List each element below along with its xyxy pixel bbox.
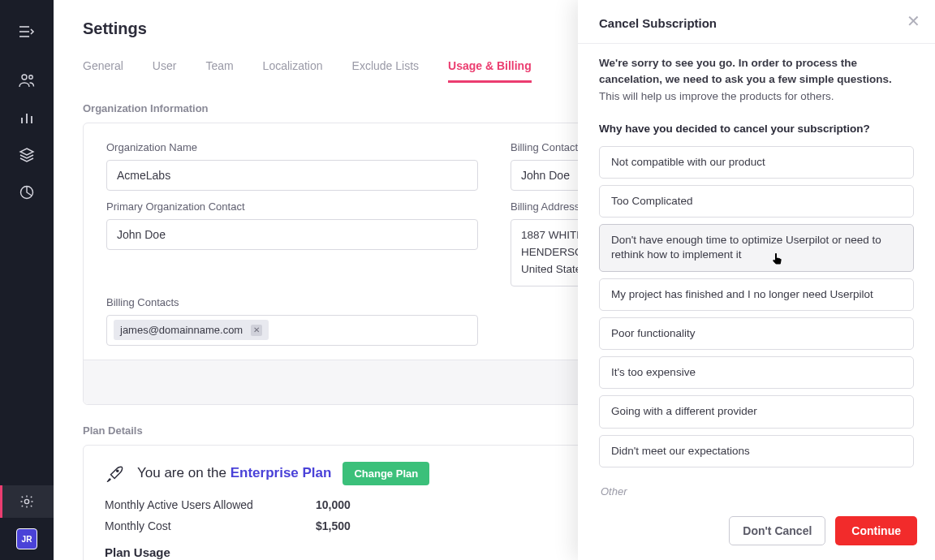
rocket-icon [105, 463, 126, 484]
primary-contact-label: Primary Organization Contact [106, 200, 478, 213]
tab-team[interactable]: Team [205, 59, 233, 83]
cancel-option-7[interactable]: Didn't meet our expectations [599, 435, 914, 467]
org-name-label: Organization Name [106, 141, 478, 153]
cancel-option-0[interactable]: Not compatible with our product [599, 146, 914, 179]
other-reason-input[interactable]: Other [599, 477, 914, 502]
cancel-option-4[interactable]: Poor functionality [599, 317, 914, 350]
cancel-subscription-drawer: Cancel Subscription ✕ We're sorry to see… [578, 0, 935, 560]
drawer-intro: We're sorry to see you go. In order to p… [599, 55, 914, 105]
tab-user[interactable]: User [153, 59, 177, 83]
cancel-options: Not compatible with our product Too Comp… [599, 146, 914, 467]
pie-icon[interactable] [0, 174, 54, 211]
billing-emails-label: Billing Contacts [106, 296, 478, 308]
people-icon[interactable] [0, 62, 54, 99]
email-tag: james@domainname.com ✕ [114, 320, 269, 340]
org-name-input[interactable]: AcmeLabs [106, 160, 478, 191]
dont-cancel-button[interactable]: Don't Cancel [729, 516, 825, 545]
cancel-question: Why have you decided to cancel your subs… [599, 123, 914, 135]
svg-point-3 [22, 75, 27, 80]
svg-point-10 [24, 499, 28, 503]
avatar: JR [16, 528, 37, 549]
cancel-option-5[interactable]: It's too expensive [599, 356, 914, 389]
avatar-slot[interactable]: JR [0, 518, 54, 560]
cursor-icon [772, 252, 783, 269]
close-icon[interactable]: ✕ [907, 11, 920, 31]
svg-point-4 [29, 75, 32, 79]
mau-value: 10,000 [316, 498, 351, 511]
gear-icon [19, 494, 34, 509]
cancel-option-1[interactable]: Too Complicated [599, 185, 914, 218]
tab-general[interactable]: General [83, 59, 123, 83]
change-plan-button[interactable]: Change Plan [343, 462, 429, 485]
tab-localization[interactable]: Localization [263, 59, 323, 83]
email-tag-text: james@domainname.com [120, 324, 243, 336]
svg-point-11 [117, 470, 118, 472]
cancel-option-2[interactable]: Don't have enough time to optimize Userp… [599, 224, 914, 271]
drawer-title: Cancel Subscription [599, 16, 914, 30]
address-line-3: United States [521, 262, 587, 278]
billing-emails-input[interactable]: james@domainname.com ✕ [106, 315, 478, 346]
cost-label: Monthly Cost [105, 519, 283, 532]
tab-exclude-lists[interactable]: Exclude Lists [352, 59, 419, 83]
sidebar: JR [0, 0, 54, 560]
menu-toggle-icon[interactable] [0, 13, 54, 50]
remove-tag-icon[interactable]: ✕ [251, 325, 262, 336]
plan-status-text: You are on the Enterprise Plan [137, 465, 331, 481]
cancel-option-3[interactable]: My project has finished and I no longer … [599, 278, 914, 311]
mau-label: Monthly Active Users Allowed [105, 498, 283, 511]
cancel-option-6[interactable]: Going with a different provider [599, 395, 914, 428]
svg-marker-8 [20, 149, 33, 155]
settings-nav-item[interactable] [0, 485, 54, 518]
cost-value: $1,500 [316, 519, 351, 532]
continue-button[interactable]: Continue [835, 516, 917, 545]
primary-contact-input[interactable]: John Doe [106, 219, 478, 250]
tab-usage-billing[interactable]: Usage & Billing [448, 59, 532, 83]
layers-icon[interactable] [0, 136, 54, 174]
chart-icon[interactable] [0, 99, 54, 136]
